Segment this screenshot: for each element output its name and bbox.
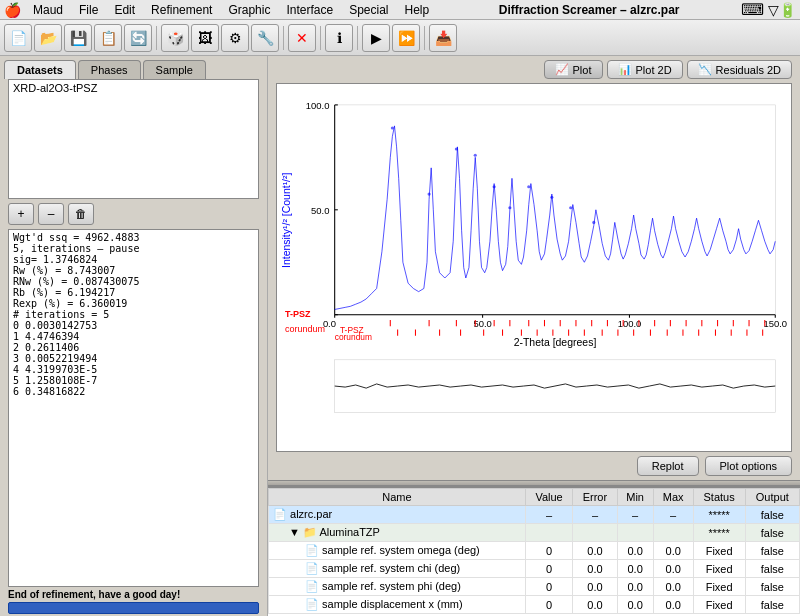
svg-text:50.0: 50.0 (473, 318, 491, 329)
menu-interface[interactable]: Interface (278, 0, 341, 20)
cell-output: false (745, 596, 799, 614)
plot-tab-residuals[interactable]: 📉 Residuals 2D (687, 60, 792, 79)
table-row[interactable]: 📄 sample ref. system chi (deg) 0 0.0 0.0… (269, 560, 800, 578)
toolbar-info[interactable]: ℹ (325, 24, 353, 52)
battery-icon: 🔋 (779, 2, 796, 18)
col-header-name: Name (269, 489, 526, 506)
menu-graphic[interactable]: Graphic (220, 0, 278, 20)
col-header-min: Min (617, 489, 653, 506)
cell-error: 0.0 (573, 578, 617, 596)
svg-point-28 (592, 221, 595, 224)
log-line: Rexp (%) = 6.360019 (13, 298, 254, 309)
log-line: 5, iterations – pause (13, 243, 254, 254)
cell-status: ***** (693, 524, 745, 542)
toolbar-run[interactable]: ▶ (362, 24, 390, 52)
toolbar-render[interactable]: 🖼 (191, 24, 219, 52)
cell-value: 0 (525, 542, 573, 560)
cell-min: 0.0 (617, 542, 653, 560)
cell-status: Fixed (693, 578, 745, 596)
toolbar-saveas[interactable]: 📋 (94, 24, 122, 52)
dataset-item[interactable]: XRD-al2O3-tPSZ (9, 80, 258, 96)
cell-output: false (745, 506, 799, 524)
svg-rect-1 (335, 105, 776, 315)
cell-output: false (745, 524, 799, 542)
col-header-error: Error (573, 489, 617, 506)
toolbar-sep3 (320, 26, 321, 50)
wifi-icon: ▽ (768, 2, 779, 18)
cell-max: 0.0 (653, 578, 693, 596)
replot-button[interactable]: Replot (637, 456, 699, 476)
table-row[interactable]: ▼ 📁 AluminaTZP ***** false (269, 524, 800, 542)
cell-value: 0 (525, 578, 573, 596)
cell-status: Fixed (693, 560, 745, 578)
tab-datasets[interactable]: Datasets (4, 60, 76, 79)
cell-value: 0 (525, 560, 573, 578)
menu-edit[interactable]: Edit (106, 0, 143, 20)
toolbar-open[interactable]: 📂 (34, 24, 62, 52)
svg-point-25 (527, 185, 530, 188)
col-header-value: Value (525, 489, 573, 506)
log-line: 3 0.0052219494 (13, 353, 254, 364)
plot-svg: Intensity¹/² [Count¹/²] 100.0 50.0 (277, 84, 791, 451)
toolbar-btn9[interactable]: 🔧 (251, 24, 279, 52)
phase-label-tpsz: T-PSZ (285, 309, 311, 319)
cell-error: 0.0 (573, 542, 617, 560)
toolbar-run2[interactable]: ⏩ (392, 24, 420, 52)
status-bar: End of refinement, have a good day! (0, 587, 267, 616)
menubar: 🍎 Maud File Edit Refinement Graphic Inte… (0, 0, 800, 20)
toolbar-new[interactable]: 📄 (4, 24, 32, 52)
cell-output: false (745, 578, 799, 596)
svg-point-27 (569, 206, 572, 209)
add-dataset-button[interactable]: + (8, 203, 34, 225)
plot-area: Intensity¹/² [Count¹/²] 100.0 50.0 (276, 83, 792, 452)
table-row[interactable]: 📄 sample ref. system phi (deg) 0 0.0 0.0… (269, 578, 800, 596)
table-row[interactable]: 📄 sample ref. system omega (deg) 0 0.0 0… (269, 542, 800, 560)
menu-help[interactable]: Help (397, 0, 438, 20)
svg-point-22 (474, 154, 477, 157)
cell-error: 0.0 (573, 596, 617, 614)
tab-sample[interactable]: Sample (143, 60, 206, 79)
menu-special[interactable]: Special (341, 0, 396, 20)
cell-output: false (745, 542, 799, 560)
toolbar-stop[interactable]: ✕ (288, 24, 316, 52)
toolbar-btn8[interactable]: ⚙ (221, 24, 249, 52)
svg-text:2-Theta [degrees]: 2-Theta [degrees] (514, 337, 597, 348)
apple-icon: 🍎 (4, 2, 21, 18)
toolbar-save[interactable]: 💾 (64, 24, 92, 52)
cell-name: 📄 sample ref. system chi (deg) (269, 560, 526, 578)
cell-value: 0 (525, 596, 573, 614)
plot-tab-plot2d[interactable]: 📊 Plot 2D (607, 60, 683, 79)
toolbar-sep2 (283, 26, 284, 50)
delete-dataset-button[interactable]: 🗑 (68, 203, 94, 225)
svg-point-24 (508, 206, 511, 209)
plot-section: 📈 Plot 📊 Plot 2D 📉 Residuals 2D (268, 56, 800, 480)
tab-phases[interactable]: Phases (78, 60, 141, 79)
cell-status: ***** (693, 506, 745, 524)
cell-error: – (573, 506, 617, 524)
toolbar-import[interactable]: 📥 (429, 24, 457, 52)
toolbar-3d[interactable]: 🎲 (161, 24, 189, 52)
svg-text:Intensity¹/² [Count¹/²]: Intensity¹/² [Count¹/²] (281, 173, 292, 269)
cell-max: – (653, 506, 693, 524)
bottom-table: Name Value Error Min Max Status Output 📄… (268, 486, 800, 616)
menu-refinement[interactable]: Refinement (143, 0, 220, 20)
menu-file[interactable]: File (71, 0, 106, 20)
plot-tab-plot[interactable]: 📈 Plot (544, 60, 603, 79)
cell-max: 0.0 (653, 596, 693, 614)
toolbar: 📄 📂 💾 📋 🔄 🎲 🖼 ⚙ 🔧 ✕ ℹ ▶ ⏩ 📥 (0, 20, 800, 56)
table-row[interactable]: 📄 alzrc.par – – – – ***** false (269, 506, 800, 524)
cell-name: 📄 sample ref. system omega (deg) (269, 542, 526, 560)
remove-dataset-button[interactable]: – (38, 203, 64, 225)
log-area: Wgt'd ssq = 4962.48835, iterations – pau… (8, 229, 259, 587)
left-panel: Datasets Phases Sample XRD-al2O3-tPSZ + … (0, 56, 268, 616)
cell-min: 0.0 (617, 596, 653, 614)
dataset-list[interactable]: XRD-al2O3-tPSZ (8, 79, 259, 199)
plot-options-button[interactable]: Plot options (705, 456, 792, 476)
svg-text:100.0: 100.0 (618, 318, 642, 329)
cell-name: 📄 alzrc.par (269, 506, 526, 524)
table-row[interactable]: 📄 sample displacement x (mm) 0 0.0 0.0 0… (269, 596, 800, 614)
log-line: Wgt'd ssq = 4962.4883 (13, 232, 254, 243)
toolbar-btn5[interactable]: 🔄 (124, 24, 152, 52)
cell-name: 📄 sample ref. system phi (deg) (269, 578, 526, 596)
menu-maud[interactable]: Maud (25, 0, 71, 20)
